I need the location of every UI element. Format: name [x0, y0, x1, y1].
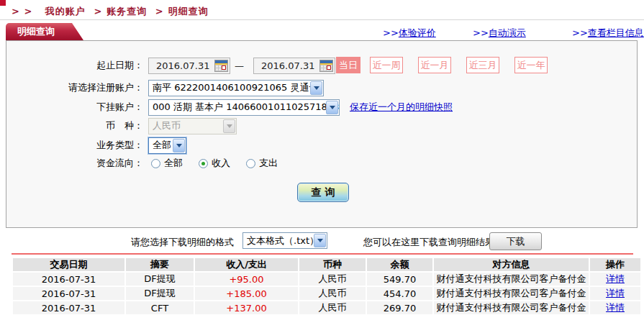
breadcrumb-item-detail-query[interactable]: 明细查询: [168, 6, 209, 17]
register-account-select[interactable]: 南平 6222001406100921065 灵通卡: [148, 80, 324, 96]
header-divider: [0, 19, 644, 20]
quick-range-month-button[interactable]: 近一月: [418, 57, 451, 73]
col-currency: 币种: [299, 258, 366, 271]
table-row: 2016-07-31 DF提现 +185.00 人民币 454.70 财付通支付…: [13, 287, 640, 300]
save-snapshot-link[interactable]: 保存近一个月的明细快照: [350, 101, 453, 114]
cell-summary: DF提现: [126, 287, 194, 300]
business-type-row: 业务类型： 全部: [6, 137, 637, 154]
fund-flow-row: 资金流向： 全部 收入 支出: [6, 155, 637, 172]
cell-counterparty: 财付通支付科技有限公司客户备付金: [434, 301, 589, 314]
detail-link[interactable]: 详情: [606, 273, 625, 284]
cell-counterparty: 财付通支付科技有限公司客户备付金: [434, 287, 589, 300]
fund-flow-label: 资金流向：: [6, 157, 143, 170]
date-range-label: 起止日期：: [6, 59, 143, 72]
quick-range-week-button[interactable]: 近一周: [370, 57, 403, 73]
business-type-label: 业务类型：: [6, 139, 143, 152]
fund-flow-radio-group: 全部 收入 支出: [151, 157, 294, 170]
page-corner-marker: [0, 0, 6, 6]
breadcrumb-separator: >: [155, 6, 164, 17]
chevron-down-icon[interactable]: [326, 101, 338, 114]
cell-balance: 549.70: [367, 273, 432, 286]
fund-flow-option-income[interactable]: 收入: [199, 157, 230, 170]
date-range-dash: —: [235, 60, 244, 71]
chevron-down-icon[interactable]: [173, 139, 185, 152]
download-format-select[interactable]: 文本格式（.txt）: [242, 232, 327, 249]
fund-flow-option-all[interactable]: 全部: [151, 157, 183, 170]
col-counterparty: 对方信息: [434, 258, 589, 271]
col-date: 交易日期: [13, 258, 124, 271]
transaction-table: 交易日期 摘要 收入/支出 币种 余额 对方信息 操作 2016-07-31 D…: [12, 257, 642, 315]
chevron-down-icon[interactable]: [310, 81, 322, 95]
query-form-panel: 起止日期： 2016.07.31 — 2016.07.31 当日 近一周 近一月…: [6, 40, 638, 228]
table-header-row: 交易日期 摘要 收入/支出 币种 余额 对方信息 操作: [13, 258, 640, 271]
breadcrumb-item-my-account[interactable]: 我的账户: [45, 6, 86, 17]
chevron-down-icon: [223, 119, 235, 133]
link-auto-demo[interactable]: >>自动演示: [473, 27, 526, 40]
cell-amount: +137.00: [195, 301, 298, 314]
cell-currency: 人民币: [299, 273, 366, 286]
link-view-column-info[interactable]: >>查看栏目信息: [572, 27, 644, 40]
link-experience-rating[interactable]: >>体验评价: [383, 27, 436, 40]
radio-icon[interactable]: [246, 159, 255, 168]
currency-row: 币 种： 人民币: [6, 117, 637, 134]
table-top-divider: [12, 253, 633, 255]
breadcrumb: > > 我的账户 >账务查询 >明细查询: [12, 5, 209, 18]
cell-balance: 269.70: [367, 301, 432, 314]
cell-date: 2016-07-31: [13, 301, 124, 314]
sub-account-row: 下挂账户： 000 活期 基本户 1406600101102571848 保存近…: [6, 99, 637, 116]
quick-range-year-button[interactable]: 近一年: [514, 57, 548, 73]
breadcrumb-separator: >: [94, 6, 102, 17]
end-date-input[interactable]: 2016.07.31: [253, 58, 335, 74]
breadcrumb-item-account-query[interactable]: 账务查询: [106, 6, 147, 17]
cell-amount: +185.00: [195, 287, 298, 300]
download-button[interactable]: 下载: [489, 232, 542, 250]
download-row: 请您选择下载明细的格式 文本格式（.txt） 您可以在这里下载查询明细结果 下载: [0, 232, 644, 251]
date-range-row: 起止日期： 2016.07.31 — 2016.07.31 当日 近一周 近一月…: [6, 57, 637, 74]
cell-amount: +95.00: [195, 273, 298, 286]
currency-label: 币 种：: [6, 119, 143, 132]
quick-range-3months-button[interactable]: 近三月: [466, 57, 499, 73]
calendar-icon[interactable]: [214, 60, 228, 72]
cell-summary: CFT: [126, 301, 194, 314]
business-type-select[interactable]: 全部: [148, 137, 186, 154]
cell-currency: 人民币: [299, 287, 366, 300]
cell-summary: DF提现: [126, 273, 194, 286]
query-button[interactable]: 查 询: [297, 183, 349, 202]
col-amount: 收入/支出: [195, 258, 298, 271]
download-hint: 您可以在这里下载查询明细结果: [363, 236, 494, 249]
download-format-label: 请您选择下载明细的格式: [131, 236, 234, 249]
calendar-icon[interactable]: [319, 60, 333, 72]
register-account-row: 请选择注册账户： 南平 6222001406100921065 灵通卡: [6, 79, 637, 96]
quick-range-today-button[interactable]: 当日: [336, 57, 360, 73]
cell-date: 2016-07-31: [13, 287, 124, 300]
cell-counterparty: 财付通支付科技有限公司客户备付金: [434, 273, 589, 286]
radio-icon[interactable]: [151, 159, 160, 168]
detail-link[interactable]: 详情: [606, 288, 625, 298]
sub-account-select[interactable]: 000 活期 基本户 1406600101102571848: [148, 99, 340, 116]
breadcrumb-arrows-icon: > >: [12, 6, 32, 17]
col-summary: 摘要: [126, 258, 194, 271]
fund-flow-option-expense[interactable]: 支出: [246, 157, 278, 170]
col-action: 操作: [590, 258, 640, 271]
cell-currency: 人民币: [299, 301, 366, 314]
detail-link[interactable]: 详情: [606, 302, 625, 313]
table-row: 2016-07-31 CFT +137.00 人民币 269.70 财付通支付科…: [13, 301, 640, 314]
cell-balance: 454.70: [367, 287, 432, 300]
register-account-label: 请选择注册账户：: [6, 81, 143, 94]
quick-range-buttons: 当日 近一周 近一月 近三月 近一年: [336, 57, 563, 73]
start-date-input[interactable]: 2016.07.31: [148, 58, 230, 74]
cell-date: 2016-07-31: [13, 273, 124, 286]
tab-detail-query[interactable]: 明细查询: [6, 23, 83, 40]
currency-select: 人民币: [148, 118, 237, 134]
radio-checked-icon[interactable]: [199, 159, 208, 168]
table-row: 2016-07-31 DF提现 +95.00 人民币 549.70 财付通支付科…: [13, 273, 640, 286]
col-balance: 余额: [367, 258, 432, 271]
chevron-down-icon[interactable]: [314, 234, 326, 247]
sub-account-label: 下挂账户：: [6, 101, 143, 114]
